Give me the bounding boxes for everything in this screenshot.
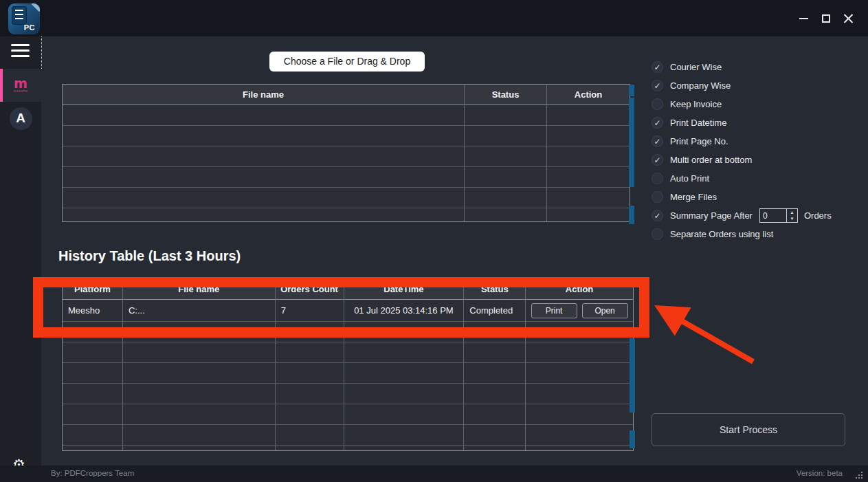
history-cell-platform: Meesho [63, 300, 123, 322]
option-print-datetime[interactable]: ✓ Print Datetime [652, 113, 726, 132]
checkbox-checked-icon[interactable]: ✓ [652, 210, 663, 221]
checkbox-checked-icon[interactable]: ✓ [652, 117, 663, 129]
history-header-status: Status [464, 279, 526, 300]
queue-scrollbar-up[interactable] [629, 85, 634, 96]
history-empty-row [63, 342, 633, 363]
queue-header-status: Status [465, 85, 547, 105]
choose-file-button[interactable]: Choose a File or Drag & Drop [269, 52, 425, 72]
history-row-meesho: Meesho C:... 7 01 Jul 2025 03:14:16 PM C… [63, 300, 633, 322]
start-process-button[interactable]: Start Process [652, 413, 845, 446]
logo-menu-icon [12, 6, 27, 25]
queue-empty-row [63, 188, 630, 208]
history-empty-row [63, 404, 633, 425]
checkbox-checked-icon[interactable]: ✓ [652, 135, 663, 147]
queue-table-header: File name Status Action [63, 85, 630, 105]
checkbox-unchecked-icon[interactable] [652, 98, 663, 110]
history-header-file-name: File name [123, 279, 276, 300]
minimize-button[interactable] [794, 10, 812, 28]
history-table-header: Platform File name Orders Count DateTime… [63, 279, 633, 300]
spinner-up-icon[interactable]: ▲ [787, 209, 797, 216]
checkbox-unchecked-icon[interactable] [652, 228, 663, 240]
checkbox-unchecked-icon[interactable] [652, 191, 663, 203]
summary-orders-input[interactable] [760, 209, 786, 222]
history-scrollbar-thumb[interactable] [630, 338, 635, 413]
option-separate-orders[interactable]: Separate Orders using list [652, 225, 773, 243]
checkbox-checked-icon[interactable]: ✓ [652, 80, 663, 91]
option-merge-files[interactable]: Merge Files [652, 188, 717, 206]
status-bar: By: PDFCroppers Team Version: beta [0, 465, 868, 482]
footer-version: Version: beta [797, 469, 843, 477]
option-summary-page-after[interactable]: ✓ Summary Page After ▲ ▼ Orders [652, 206, 832, 225]
spinner-buttons[interactable]: ▲ ▼ [786, 209, 797, 222]
history-table: Platform File name Orders Count DateTime… [62, 278, 634, 451]
logo-text: PC [24, 23, 35, 32]
option-company-wise[interactable]: ✓ Company Wise [652, 76, 731, 95]
history-empty-row [63, 363, 633, 384]
queue-empty-row [63, 126, 630, 146]
queue-table: File name Status Action [62, 84, 630, 222]
open-button[interactable]: Open [582, 303, 628, 318]
history-table-title: History Table (Last 3 Hours) [58, 248, 241, 264]
sidebar-item-meesho[interactable]: m meesho [0, 69, 41, 102]
queue-empty-row [63, 208, 630, 222]
option-print-page-no[interactable]: ✓ Print Page No. [652, 132, 728, 151]
app-window: PC m meesho A ⚙ Choose a File or Drag & … [0, 0, 868, 482]
close-button[interactable] [839, 10, 857, 28]
maximize-icon [822, 14, 830, 23]
queue-empty-row [63, 105, 630, 126]
maximize-button[interactable] [817, 10, 835, 28]
option-courier-wise[interactable]: ✓ Courier Wise [652, 58, 722, 76]
queue-scrollbar-thumb[interactable] [629, 98, 634, 187]
option-multi-order-bottom[interactable]: ✓ Multi order at bottom [652, 151, 752, 169]
history-empty-row [63, 446, 633, 451]
history-header-platform: Platform [63, 279, 123, 300]
queue-scrollbar-down[interactable] [629, 206, 634, 224]
sidebar: m meesho A ⚙ [0, 36, 41, 482]
focus-dotted-line [41, 36, 42, 69]
history-empty-row [63, 322, 633, 342]
active-indicator [0, 69, 3, 102]
queue-empty-row [63, 167, 630, 188]
history-empty-row [63, 384, 633, 404]
history-cell-file-name: C:... [123, 300, 276, 322]
app-logo: PC [8, 3, 40, 34]
history-header-action: Action [526, 279, 633, 300]
summary-orders-spinner: ▲ ▼ [759, 208, 798, 223]
history-header-orders-count: Orders Count [276, 279, 344, 300]
checkbox-checked-icon[interactable]: ✓ [652, 154, 663, 166]
sidebar-item-a-platform[interactable]: A [0, 102, 41, 135]
history-empty-row [63, 425, 633, 446]
option-auto-print[interactable]: Auto Print [652, 169, 709, 188]
titlebar: PC [0, 0, 868, 36]
history-scrollbar-down[interactable] [630, 430, 635, 448]
checkbox-checked-icon[interactable]: ✓ [652, 61, 663, 73]
history-header-datetime: DateTime [344, 279, 465, 300]
history-cell-datetime: 01 Jul 2025 03:14:16 PM [344, 300, 465, 322]
minimize-icon [799, 18, 808, 19]
queue-header-action: Action [547, 85, 630, 105]
option-keep-invoice[interactable]: Keep Invoice [652, 95, 722, 113]
history-cell-orders-count: 7 [276, 300, 344, 322]
logo-fold [32, 3, 40, 12]
annotation-arrow [652, 300, 761, 369]
queue-empty-row [63, 146, 630, 167]
history-cell-action: Print Open [526, 300, 633, 322]
hamburger-menu-button[interactable] [11, 44, 30, 59]
history-cell-status: Completed [464, 300, 526, 322]
spinner-down-icon[interactable]: ▼ [787, 216, 797, 223]
meesho-icon: m [14, 78, 27, 89]
orders-suffix-label: Orders [804, 210, 832, 221]
queue-header-file-name: File name [63, 85, 465, 105]
checkbox-unchecked-icon[interactable] [652, 173, 663, 184]
print-button[interactable]: Print [531, 303, 577, 318]
resize-grip[interactable] [855, 471, 863, 479]
footer-credit: By: PDFCroppers Team [51, 469, 134, 477]
a-platform-icon: A [10, 107, 32, 130]
